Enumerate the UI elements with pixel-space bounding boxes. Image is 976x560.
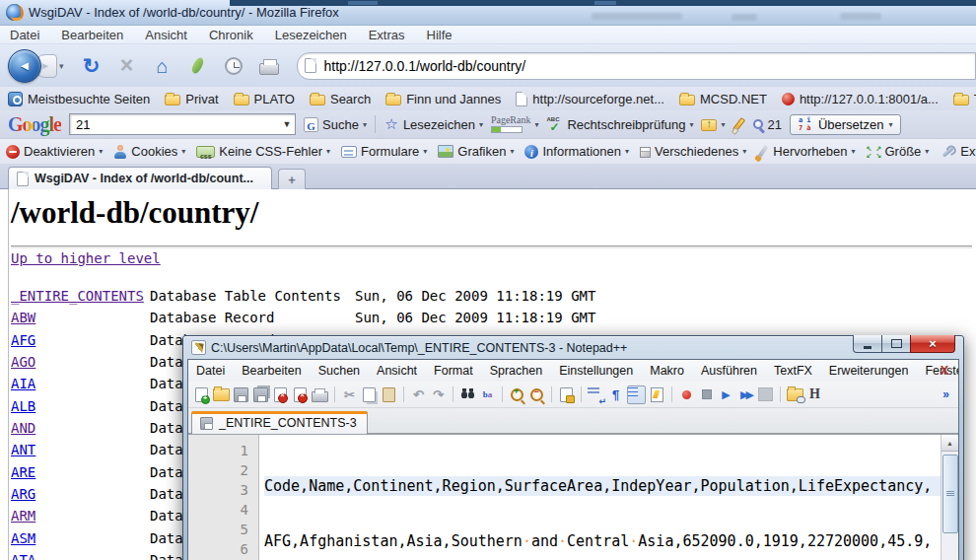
paste-button[interactable] — [381, 386, 397, 403]
dev-disable-menu[interactable]: Deaktivieren▾ — [6, 144, 103, 159]
np-menu-erweiterungen[interactable]: Erweiterungen — [829, 364, 909, 378]
entry-link[interactable]: ABW — [11, 310, 35, 325]
macro-play-button[interactable]: ▶ — [718, 386, 734, 403]
menu-item-datei[interactable]: Datei — [10, 28, 39, 42]
bookmark-folder-plato[interactable]: PLATO — [234, 92, 295, 106]
bookmark-sourceforge[interactable]: http://sourceforge.net... — [516, 92, 664, 106]
history-dropdown-icon[interactable]: ▾ — [59, 61, 64, 71]
history-button[interactable] — [220, 52, 247, 80]
undo-button[interactable]: ↶ — [410, 386, 427, 403]
macro-save-button[interactable] — [757, 386, 774, 403]
pagerank-widget[interactable]: PageRank ▾ — [491, 115, 539, 133]
macro-record-button[interactable] — [678, 386, 695, 403]
notepad-editor[interactable]: 1 2 3 4 5 6 Code,Name,Continent,Region,S… — [188, 434, 958, 560]
open-file-button[interactable] — [213, 386, 230, 403]
dev-css-menu[interactable]: Keine CSS-Fehler▾ — [196, 144, 330, 159]
open-containing-folder-button[interactable] — [787, 386, 803, 403]
menu-item-hilfe[interactable]: Hilfe — [427, 28, 453, 42]
highlighter-button[interactable] — [732, 117, 745, 132]
dev-cookies-menu[interactable]: Cookies▾ — [113, 144, 185, 159]
macro-stop-button[interactable] — [698, 386, 715, 403]
np-menu-bearbeiten[interactable]: Bearbeiten — [242, 364, 301, 378]
np-menu-format[interactable]: Format — [434, 364, 473, 378]
word-wrap-button[interactable] — [588, 386, 604, 403]
np-menu-close-doc[interactable]: X — [941, 364, 948, 378]
replace-button[interactable]: ba — [479, 386, 496, 403]
new-file-button[interactable] — [193, 386, 210, 403]
redo-button[interactable]: ↷ — [430, 386, 447, 403]
np-menu-suchen[interactable]: Suchen — [318, 364, 360, 378]
menu-item-ansicht[interactable]: Ansicht — [145, 28, 187, 42]
np-menu-makro[interactable]: Makro — [650, 364, 684, 378]
dev-images-menu[interactable]: Grafiken▾ — [438, 144, 514, 159]
entry-link[interactable]: ARM — [11, 508, 35, 524]
find-button[interactable] — [459, 386, 476, 403]
send-to-button[interactable]: ▾ — [701, 117, 725, 131]
np-menu-ausfuehren[interactable]: Ausführen — [701, 364, 757, 378]
np-menu-textfx[interactable]: TextFX — [774, 364, 812, 378]
zoom-out-button[interactable] — [528, 386, 545, 403]
google-bookmarks-button[interactable]: Lesezeichen▾ — [383, 116, 483, 132]
entry-link[interactable]: AFG — [11, 332, 35, 348]
home-button[interactable]: ⌂ — [149, 52, 176, 80]
vertical-scrollbar[interactable]: ▲ — [941, 435, 958, 560]
tab-wsgidav[interactable]: WsgiDAV - Index of /world-db/count... — [8, 167, 272, 189]
scrollbar-thumb[interactable] — [942, 455, 958, 533]
back-button[interactable] — [8, 49, 41, 83]
menu-item-bearbeiten[interactable]: Bearbeiten — [61, 28, 123, 42]
search-dropdown-icon[interactable]: ▼ — [279, 114, 295, 134]
close-all-button[interactable] — [292, 386, 309, 403]
scroll-up-button[interactable]: ▲ — [941, 435, 958, 452]
save-all-button[interactable] — [252, 386, 269, 403]
notepad-titlebar[interactable]: C:\Users\Martin\AppData\Local\Temp\_ENTI… — [187, 336, 959, 359]
stop-button[interactable]: × — [113, 52, 141, 80]
entry-link[interactable]: ARG — [11, 486, 35, 502]
save-button[interactable] — [233, 386, 249, 403]
dev-outline-menu[interactable]: Hervorheben▾ — [757, 144, 855, 159]
print-button[interactable] — [255, 52, 283, 80]
copy-button[interactable] — [361, 386, 378, 403]
dev-misc-menu[interactable]: Verschiedenes▾ — [640, 144, 746, 159]
np-menu-ansicht[interactable]: Ansicht — [377, 364, 417, 378]
close-button[interactable] — [910, 335, 955, 353]
word-find-button[interactable]: 21 — [753, 117, 781, 132]
translate-button[interactable]: Übersetzen▾ — [790, 114, 902, 135]
url-bar[interactable]: http://127.0.0.1/world-db/country/ — [297, 52, 976, 80]
function-completion-button[interactable] — [649, 386, 665, 403]
google-search-input[interactable] — [70, 117, 279, 132]
new-tab-button[interactable]: + — [278, 169, 306, 190]
entry-link[interactable]: AIA — [11, 376, 35, 391]
np-menu-datei[interactable]: Datei — [196, 364, 225, 378]
entry-link[interactable]: ATA — [11, 552, 35, 560]
dev-forms-menu[interactable]: Formulare▾ — [341, 144, 427, 159]
menu-item-extras[interactable]: Extras — [369, 28, 405, 42]
np-menu-sprachen[interactable]: Sprachen — [490, 364, 543, 378]
entry-link[interactable]: ANT — [11, 442, 35, 457]
menu-item-lesezeichen[interactable]: Lesezeichen — [275, 28, 347, 42]
bookmark-most-visited[interactable]: Meistbesuchte Seiten — [8, 92, 150, 106]
indent-guide-button[interactable] — [627, 385, 646, 404]
np-menu-einstellungen[interactable]: Einstellungen — [559, 364, 633, 378]
feed-button[interactable] — [184, 52, 212, 80]
url-text[interactable]: http://127.0.0.1/world-db/country/ — [324, 58, 526, 74]
entry-link[interactable]: AND — [11, 420, 35, 436]
menu-item-chronik[interactable]: Chronik — [209, 28, 253, 42]
entry-link[interactable]: AGO — [11, 354, 35, 370]
entry-link[interactable]: _ENTIRE_CONTENTS — [11, 288, 144, 304]
dev-resize-menu[interactable]: Größe▾ — [866, 144, 929, 159]
dev-information-menu[interactable]: Informationen▾ — [524, 144, 629, 159]
close-doc-button[interactable] — [272, 386, 289, 403]
google-search-button[interactable]: Suche▾ — [304, 117, 367, 132]
bookmark-folder-search[interactable]: Search — [310, 92, 371, 106]
reload-button[interactable]: ↻ — [78, 52, 105, 80]
bookmark-folder-privat[interactable]: Privat — [165, 92, 218, 106]
notepad-tab-active[interactable]: _ENTIRE_CONTENTS-3 — [191, 411, 368, 434]
entry-link[interactable]: ALB — [11, 398, 35, 414]
print-button[interactable] — [312, 386, 328, 403]
restore-zoom-button[interactable] — [558, 386, 575, 403]
macro-multi-play-button[interactable]: ▶▶ — [737, 386, 754, 403]
bookmark-folder-finn-und-jannes[interactable]: Finn und Jannes — [385, 92, 501, 106]
code-area[interactable]: Code,Name,Continent,Region,SurfaceArea,I… — [259, 435, 941, 560]
bookmark-folder-mcsd[interactable]: MCSD.NET — [679, 92, 767, 106]
bookmark-folder-tree-samples[interactable]: Tree Samples — [953, 92, 976, 106]
